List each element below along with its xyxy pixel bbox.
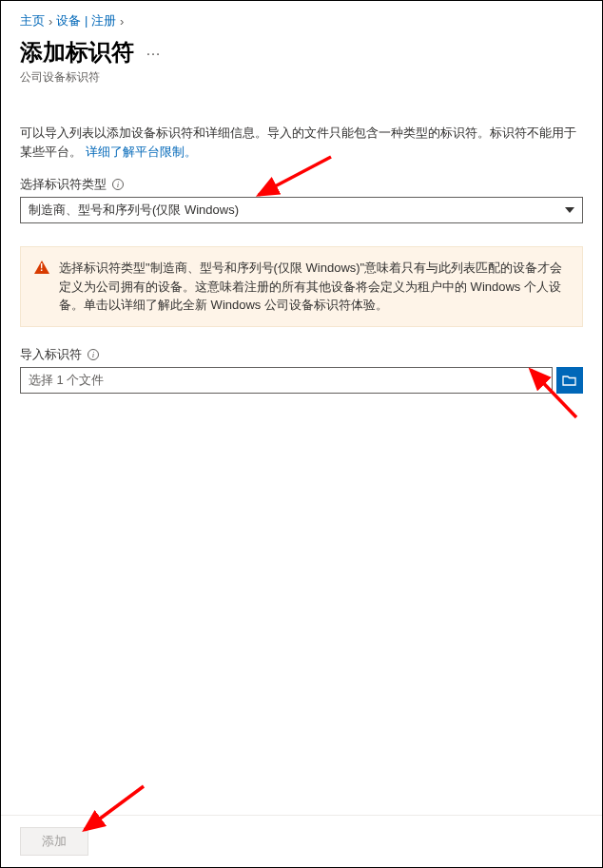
breadcrumb-home[interactable]: 主页	[20, 12, 45, 29]
file-input[interactable]: 选择 1 个文件	[20, 367, 553, 394]
identifier-type-select[interactable]: 制造商、型号和序列号(仅限 Windows)	[20, 197, 583, 223]
add-button[interactable]: 添加	[20, 827, 88, 856]
import-label: 导入标识符 i	[20, 346, 583, 363]
info-icon[interactable]: i	[112, 179, 124, 190]
description-text: 可以导入列表以添加设备标识符和详细信息。导入的文件只能包含一种类型的标识符。标识…	[20, 124, 583, 161]
footer: 添加	[1, 815, 602, 867]
warning-icon	[34, 260, 49, 274]
warning-text: 选择标识符类型"制造商、型号和序列号(仅限 Windows)"意味着只有与此列表…	[59, 259, 569, 315]
breadcrumb-separator: ›	[49, 14, 52, 29]
breadcrumb-devices[interactable]: 设备 | 注册	[56, 12, 116, 29]
warning-banner: 选择标识符类型"制造商、型号和序列号(仅限 Windows)"意味着只有与此列表…	[20, 246, 583, 327]
platform-limits-link[interactable]: 详细了解平台限制。	[86, 145, 197, 159]
browse-button[interactable]	[556, 367, 583, 394]
info-icon[interactable]: i	[88, 349, 99, 360]
page-subtitle: 公司设备标识符	[20, 69, 583, 86]
chevron-down-icon	[565, 207, 574, 213]
more-actions[interactable]: …	[146, 42, 161, 63]
identifier-type-label: 选择标识符类型 i	[20, 176, 583, 193]
page-title: 添加标识符	[20, 37, 134, 68]
breadcrumb-separator: ›	[120, 14, 124, 29]
breadcrumb: 主页 › 设备 | 注册 ›	[20, 9, 583, 37]
identifier-type-value: 制造商、型号和序列号(仅限 Windows)	[29, 202, 239, 219]
folder-icon	[562, 374, 577, 387]
